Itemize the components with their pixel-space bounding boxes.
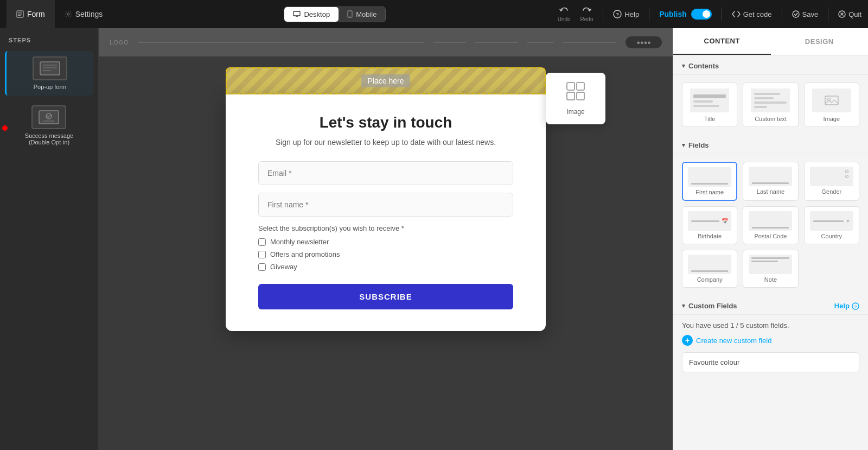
custom-fields-section-header: ▾ Custom Fields Help ? bbox=[673, 295, 868, 315]
step-popup-form-icon bbox=[33, 56, 67, 80]
undo-icon bbox=[559, 7, 569, 15]
place-here-text: Place here bbox=[361, 74, 411, 87]
view-toggle-group: Desktop Mobile bbox=[112, 7, 557, 22]
quit-label: Quit bbox=[848, 10, 861, 18]
field-card-firstname[interactable]: First name bbox=[682, 162, 737, 201]
custom-fields-help-link[interactable]: Help ? bbox=[834, 302, 859, 310]
undo-button[interactable]: Undo bbox=[558, 7, 571, 22]
plus-circle-icon: + bbox=[682, 335, 693, 346]
field-preview-country: ▼ bbox=[810, 211, 853, 231]
save-button[interactable]: Save bbox=[792, 10, 819, 18]
divider2 bbox=[649, 8, 649, 21]
image-tooltip-icon bbox=[566, 81, 585, 105]
field-card-birthdate[interactable]: 📅 Birthdate bbox=[682, 206, 737, 244]
quit-button[interactable]: Quit bbox=[838, 10, 861, 18]
fake-browser-header: LOGO ●●●● bbox=[99, 28, 673, 56]
mobile-view-btn[interactable]: Mobile bbox=[339, 7, 385, 22]
create-custom-field-button[interactable]: + Create new custom field bbox=[682, 335, 771, 346]
mobile-icon bbox=[347, 10, 353, 18]
field-card-note[interactable]: Note bbox=[743, 250, 798, 288]
nav-line2 bbox=[433, 42, 466, 43]
mobile-label: Mobile bbox=[356, 10, 376, 18]
desktop-icon bbox=[293, 11, 301, 17]
svg-point-4 bbox=[67, 13, 69, 15]
undo-label: Undo bbox=[558, 16, 571, 22]
svg-point-12 bbox=[793, 11, 799, 17]
field-preview-lastname bbox=[749, 167, 792, 186]
settings-tab[interactable]: Settings bbox=[55, 0, 113, 28]
left-sidebar: STEPS Pop-up form bbox=[0, 28, 99, 450]
redo-button[interactable]: Redo bbox=[580, 7, 593, 22]
step-success-message[interactable]: Success message (Double Opt-in) bbox=[5, 100, 93, 151]
subscribe-button[interactable]: SUBSCRIBE bbox=[258, 284, 513, 309]
right-panel: CONTENT DESIGN Contents T bbox=[673, 28, 868, 450]
field-card-postalcode[interactable]: Postal Code bbox=[743, 206, 798, 244]
checkbox-monthly-input[interactable] bbox=[258, 238, 266, 246]
help-button[interactable]: ? Help bbox=[613, 10, 639, 18]
field-preview-postalcode bbox=[749, 211, 792, 231]
image-card-icon bbox=[824, 93, 839, 108]
content-tab[interactable]: CONTENT bbox=[673, 28, 771, 55]
firstname-input[interactable] bbox=[258, 193, 513, 217]
get-code-button[interactable]: Get code bbox=[732, 10, 772, 18]
checkbox-offers-input[interactable] bbox=[258, 251, 266, 258]
desktop-view-btn[interactable]: Desktop bbox=[284, 7, 339, 22]
divider3 bbox=[722, 8, 722, 21]
svg-rect-5 bbox=[293, 11, 300, 16]
redo-icon bbox=[582, 7, 591, 15]
publish-toggle[interactable] bbox=[691, 9, 712, 20]
title-card[interactable]: Title bbox=[682, 83, 737, 127]
get-code-label: Get code bbox=[743, 10, 772, 18]
image-card-preview bbox=[812, 88, 851, 112]
svg-rect-25 bbox=[567, 92, 575, 100]
checkbox-giveway-label: Giveway bbox=[270, 263, 297, 271]
place-here-banner[interactable]: Place here bbox=[226, 67, 546, 94]
divider1 bbox=[603, 8, 603, 21]
form-subtitle: Sign up for our newsletter to keep up to… bbox=[258, 137, 513, 148]
custom-fields-section-label: Custom Fields bbox=[688, 302, 737, 310]
field-card-gender[interactable]: Gender bbox=[804, 162, 859, 201]
redo-label: Redo bbox=[580, 16, 593, 22]
svg-point-9 bbox=[349, 16, 350, 17]
field-card-country[interactable]: ▼ Country bbox=[804, 206, 859, 244]
field-card-lastname[interactable]: Last name bbox=[743, 162, 798, 201]
svg-rect-23 bbox=[567, 83, 575, 90]
custom-text-card[interactable]: Custom text bbox=[743, 83, 798, 127]
nav-line1 bbox=[138, 42, 425, 43]
desktop-label: Desktop bbox=[304, 10, 330, 18]
contents-grid: Title Custom text bbox=[673, 75, 868, 135]
svg-rect-24 bbox=[577, 83, 584, 90]
email-input[interactable] bbox=[258, 161, 513, 185]
form-popup-container: Place here Image Let's stay in touch Sig bbox=[226, 67, 546, 331]
form-title: Let's stay in touch bbox=[258, 114, 513, 131]
checkbox-offers-label: Offers and promotions bbox=[270, 250, 340, 258]
topbar-actions: Undo Redo ? Help Publish bbox=[558, 7, 861, 22]
field-lastname-label: Last name bbox=[757, 188, 784, 195]
image-card[interactable]: Image bbox=[804, 83, 859, 127]
step-popup-form[interactable]: Pop-up form bbox=[5, 51, 93, 96]
custom-fields-body: You have used 1 / 5 custom fields. + Cre… bbox=[673, 315, 868, 379]
checkbox-giveway-input[interactable] bbox=[258, 263, 266, 271]
field-country-label: Country bbox=[821, 233, 843, 239]
nav-line4 bbox=[527, 42, 554, 43]
right-panel-content: Contents Title bbox=[673, 55, 868, 450]
design-tab[interactable]: DESIGN bbox=[771, 28, 869, 55]
custom-field-item-label: Favourite colour bbox=[689, 358, 739, 366]
help-label: Help bbox=[624, 10, 639, 18]
field-birthdate-label: Birthdate bbox=[698, 233, 722, 239]
form-tab-label: Form bbox=[27, 10, 45, 18]
success-form-preview-icon bbox=[38, 110, 60, 125]
svg-rect-27 bbox=[825, 96, 838, 105]
custom-fields-header-left: ▾ Custom Fields bbox=[682, 302, 737, 310]
divider5 bbox=[828, 8, 828, 21]
field-card-company[interactable]: Company bbox=[682, 250, 737, 288]
field-preview-gender bbox=[810, 167, 853, 186]
right-panel-tabs: CONTENT DESIGN bbox=[673, 28, 868, 55]
save-label: Save bbox=[802, 10, 819, 18]
settings-tab-label: Settings bbox=[75, 10, 103, 18]
settings-icon bbox=[65, 10, 72, 18]
image-tooltip[interactable]: Image bbox=[546, 73, 605, 124]
form-tab[interactable]: Form bbox=[7, 0, 55, 28]
field-company-label: Company bbox=[697, 276, 723, 283]
title-card-preview bbox=[690, 88, 729, 112]
